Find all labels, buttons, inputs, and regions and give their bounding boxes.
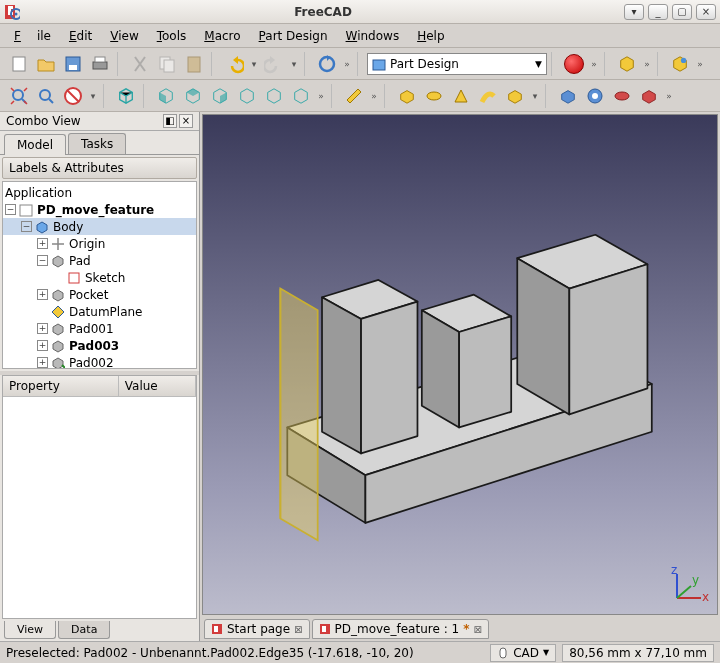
hole-button[interactable] — [582, 83, 608, 109]
tree-application[interactable]: Application — [3, 184, 196, 201]
tree-origin[interactable]: +Origin — [3, 235, 196, 252]
3d-viewport[interactable]: z x y — [202, 114, 718, 615]
pad-button[interactable] — [394, 83, 420, 109]
open-button[interactable] — [33, 51, 59, 77]
tree-pad003[interactable]: +Pad003 — [3, 337, 196, 354]
menu-file[interactable]: File — [6, 27, 59, 45]
undo-menu[interactable]: ▾ — [248, 59, 260, 69]
view3d-area: z x y Start page ⊠ PD_move_feature : 1* … — [200, 112, 720, 641]
model-tree[interactable]: Application −PD_move_feature −Body +Orig… — [2, 181, 197, 369]
tab-start-page[interactable]: Start page ⊠ — [204, 619, 310, 639]
svg-rect-5 — [69, 65, 77, 70]
cut-button[interactable] — [127, 51, 153, 77]
mouse-icon — [497, 647, 509, 659]
property-tabs: View Data — [0, 621, 199, 641]
svg-rect-3 — [13, 57, 25, 71]
pd-overflow2[interactable]: » — [694, 59, 706, 69]
tab-model[interactable]: Model — [4, 134, 66, 155]
close-button[interactable]: × — [696, 4, 716, 20]
fit-selection-button[interactable] — [33, 83, 59, 109]
measure-overflow[interactable]: » — [368, 91, 380, 101]
view-iso-button[interactable] — [113, 83, 139, 109]
view-right-button[interactable] — [207, 83, 233, 109]
print-button[interactable] — [87, 51, 113, 77]
pd-sketch-button[interactable] — [667, 51, 693, 77]
workbench-selector[interactable]: Part Design ▼ — [367, 53, 547, 75]
combo-view-panel: Combo View ◧ × Model Tasks Labels & Attr… — [0, 112, 200, 641]
tree-pocket[interactable]: +Pocket — [3, 286, 196, 303]
tab-view[interactable]: View — [4, 621, 56, 639]
new-button[interactable] — [6, 51, 32, 77]
view-bottom-button[interactable] — [261, 83, 287, 109]
draw-style-menu[interactable]: ▾ — [87, 91, 99, 101]
property-col-property[interactable]: Property — [3, 376, 119, 396]
loft-button[interactable] — [448, 83, 474, 109]
sweep-button[interactable] — [475, 83, 501, 109]
tb2-overflow[interactable]: » — [663, 91, 675, 101]
tree-datum[interactable]: DatumPlane — [3, 303, 196, 320]
toolbar-view: ▾ » » ▾ » — [0, 80, 720, 112]
groove-button[interactable] — [609, 83, 635, 109]
tree-pad002[interactable]: +Pad002 — [3, 354, 196, 369]
close-icon[interactable]: ⊠ — [473, 624, 481, 635]
tree-pad[interactable]: −Pad — [3, 252, 196, 269]
view-left-button[interactable] — [288, 83, 314, 109]
view-overflow[interactable]: » — [315, 91, 327, 101]
undo-button[interactable] — [221, 51, 247, 77]
svg-rect-10 — [188, 57, 200, 72]
measure-button[interactable] — [341, 83, 367, 109]
menu-view[interactable]: View — [102, 27, 146, 45]
menu-tools[interactable]: Tools — [149, 27, 195, 45]
pocket-button[interactable] — [555, 83, 581, 109]
tree-pad001[interactable]: +Pad001 — [3, 320, 196, 337]
tree-body[interactable]: −Body — [3, 218, 196, 235]
additive-button[interactable] — [502, 83, 528, 109]
redo-button[interactable] — [261, 51, 287, 77]
close-icon[interactable]: ⊠ — [294, 624, 302, 635]
minimize2-button[interactable]: _ — [648, 4, 668, 20]
macro-overflow[interactable]: » — [588, 59, 600, 69]
draw-style-button[interactable] — [60, 83, 86, 109]
fit-all-button[interactable] — [6, 83, 32, 109]
statusbar: Preselected: Pad002 - Unbenannt.Pad002.E… — [0, 641, 720, 663]
revolution-button[interactable] — [421, 83, 447, 109]
maximize-button[interactable]: ▢ — [672, 4, 692, 20]
undock-button[interactable]: ◧ — [163, 114, 177, 128]
subtractive-button[interactable] — [636, 83, 662, 109]
menu-edit[interactable]: Edit — [61, 27, 100, 45]
model-render — [203, 115, 717, 614]
view-rear-button[interactable] — [234, 83, 260, 109]
menu-macro[interactable]: Macro — [196, 27, 248, 45]
menu-help[interactable]: Help — [409, 27, 452, 45]
additive-menu[interactable]: ▾ — [529, 91, 541, 101]
view-front-button[interactable] — [153, 83, 179, 109]
panel-close-button[interactable]: × — [179, 114, 193, 128]
svg-rect-33 — [500, 648, 506, 658]
svg-rect-22 — [69, 273, 79, 283]
property-col-value[interactable]: Value — [119, 376, 196, 396]
pd-body-button[interactable] — [614, 51, 640, 77]
save-button[interactable] — [60, 51, 86, 77]
menu-partdesign[interactable]: Part Design — [251, 27, 336, 45]
tab-tasks[interactable]: Tasks — [68, 133, 126, 154]
svg-point-19 — [592, 93, 598, 99]
toolbar1-overflow[interactable]: » — [341, 59, 353, 69]
tab-document[interactable]: PD_move_feature : 1* ⊠ — [312, 619, 489, 639]
menu-windows[interactable]: Windows — [338, 27, 408, 45]
svg-point-14 — [13, 90, 23, 100]
refresh-button[interactable] — [314, 51, 340, 77]
svg-text:x: x — [702, 590, 709, 604]
tree-sketch[interactable]: Sketch — [3, 269, 196, 286]
tab-data[interactable]: Data — [58, 621, 110, 639]
view-top-button[interactable] — [180, 83, 206, 109]
tree-document[interactable]: −PD_move_feature — [3, 201, 196, 218]
copy-button[interactable] — [154, 51, 180, 77]
svg-rect-12 — [373, 60, 385, 70]
macro-record-button[interactable] — [561, 51, 587, 77]
redo-menu[interactable]: ▾ — [288, 59, 300, 69]
pd-overflow1[interactable]: » — [641, 59, 653, 69]
titlebar: FreeCAD ▾ _ ▢ × — [0, 0, 720, 24]
status-nav-style[interactable]: CAD ▼ — [490, 644, 556, 662]
minimize-button[interactable]: ▾ — [624, 4, 644, 20]
paste-button[interactable] — [181, 51, 207, 77]
